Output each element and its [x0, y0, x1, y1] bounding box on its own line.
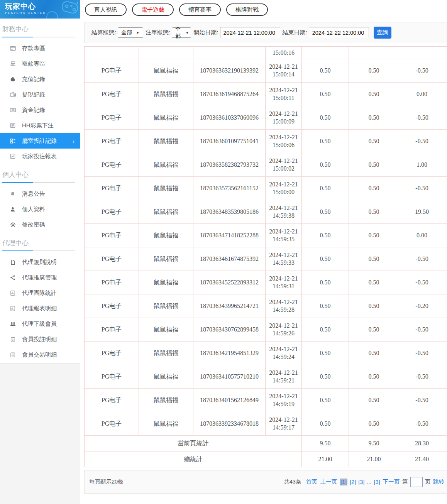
sidebar-item-recharge-records[interactable]: 充值記錄: [0, 71, 80, 87]
order-status-select[interactable]: 全部 ▼: [172, 27, 191, 38]
game-cell: 鼠鼠福福: [139, 83, 193, 106]
tab-sports[interactable]: 體育賽事: [179, 3, 221, 16]
provider-cell: PG电子: [85, 106, 139, 129]
order-no-cell: 1870363610337860096: [193, 106, 266, 129]
people-icon: [9, 320, 16, 327]
winloss-total-cell: 28.30: [399, 436, 445, 451]
sidebar-item-label: 充值記錄: [22, 76, 45, 83]
chevron-down-icon: ▼: [185, 31, 189, 35]
order-no-cell: 1870363452522893312: [193, 271, 266, 294]
winloss-cell: 19.50: [399, 200, 445, 223]
game-cell: 鼠鼠福福: [139, 130, 193, 153]
page-link-5[interactable]: [3]: [374, 479, 380, 485]
stub-cell: [445, 412, 447, 435]
page-link-1[interactable]: [1]: [340, 479, 347, 485]
table-row: PG电子鼠鼠福福18703634714182522882024-12-21 14…: [85, 224, 447, 247]
stub-cell: [445, 452, 447, 467]
game-cell: 鼠鼠福福: [139, 342, 193, 365]
sidebar-item-deposit-zone[interactable]: 存款專區: [0, 41, 80, 56]
prev-page-link[interactable]: 上一页: [320, 478, 337, 485]
valid-bet-cell: 0.50: [349, 59, 399, 82]
sidebar-item-hh-lottery-bets[interactable]: HH彩票下注: [0, 118, 80, 133]
table-row: PG电子鼠鼠福福18703635735621611522024-12-21 15…: [85, 177, 447, 200]
valid-bet-cell: 0.50: [349, 389, 399, 412]
time-cell: 2024-12-21 14:59:26: [266, 318, 302, 341]
winloss-cell: [399, 47, 445, 59]
valid-bet-cell: 0.50: [349, 342, 399, 365]
next-page-link[interactable]: 下一页: [383, 478, 400, 485]
app-header: 玩家中心 PLAYERS CENTER: [0, 0, 80, 19]
sidebar-item-label: 取款專區: [22, 60, 45, 68]
table-row: PG电子鼠鼠福福18703636321901393922024-12-21 15…: [85, 59, 447, 83]
tab-live-video[interactable]: 真人視訊: [85, 3, 127, 16]
valid-bet-cell: 0.50: [349, 106, 399, 129]
order-no-cell: 1870363582382793732: [193, 153, 266, 176]
sidebar-item-label: 存款專區: [22, 45, 45, 52]
sidebar-item-agent-report-detail[interactable]: 代理報表明細: [0, 301, 80, 316]
chevron-right-icon: ›: [73, 138, 74, 144]
provider-cell: PG电子: [85, 200, 139, 223]
page-link-2[interactable]: [2]: [350, 479, 356, 485]
section-underline: [2, 182, 75, 183]
sidebar-item-room-bet-records[interactable]: 廳室投註記錄›: [0, 133, 80, 149]
tab-electronic-games[interactable]: 電子遊藝: [132, 3, 174, 16]
time-cell: 15:00:16: [266, 47, 302, 59]
order-status-label: 注單狀態:: [146, 29, 170, 36]
sidebar-item-announcements[interactable]: 消息公告: [0, 186, 80, 201]
sidebar-item-label: 代理下級會員: [22, 320, 57, 328]
bet-cell: 0.50: [302, 342, 349, 365]
settle-status-select[interactable]: 全部 ▼: [118, 27, 143, 38]
stub-cell: [445, 153, 447, 176]
stub-cell: [445, 47, 447, 59]
provider-cell: PG电子: [85, 412, 139, 435]
stub-cell: [445, 224, 447, 247]
game-cell: [139, 47, 193, 59]
bet-records-table: 15:00:16PG电子鼠鼠福福18703636321901393922024-…: [84, 46, 447, 467]
winloss-cell: -0.50: [399, 106, 445, 129]
time-cell: 2024-12-21 15:00:00: [266, 177, 302, 200]
sidebar-item-withdrawal-records[interactable]: 提現記錄: [0, 87, 80, 102]
goto-button[interactable]: 跳转: [433, 478, 444, 485]
sidebar-item-funds-records[interactable]: 資金記錄: [0, 102, 80, 118]
order-no-cell: 1870363619468875264: [193, 83, 266, 106]
sidebar-item-member-transaction-detail[interactable]: 會員交易明細: [0, 347, 80, 362]
query-button[interactable]: 查詢: [374, 27, 391, 39]
stub-cell: [445, 177, 447, 200]
page-link-3[interactable]: [3]: [358, 479, 364, 485]
valid-bet-cell: 0.50: [349, 247, 399, 271]
sidebar-item-agent-sub-members[interactable]: 代理下級會員: [0, 316, 80, 331]
sidebar-item-member-bet-detail[interactable]: 會員投註明細: [0, 331, 80, 347]
bank-card-icon: [9, 45, 16, 52]
bet-cell: 0.50: [302, 130, 349, 153]
total-count: 共43条: [284, 478, 301, 485]
page-jump-input[interactable]: [410, 477, 423, 487]
stub-cell: [445, 318, 447, 341]
sidebar-item-player-bet-report[interactable]: 玩家投注報表: [0, 149, 80, 164]
sidebar-item-withdraw-zone[interactable]: 取款專區: [0, 56, 80, 71]
tab-board-games[interactable]: 棋牌對戰: [226, 3, 268, 16]
sidebar-item-agent-promotion[interactable]: 代理推廣管理: [0, 270, 80, 285]
settle-status-value: 全部: [121, 29, 132, 36]
provider-cell: PG电子: [85, 342, 139, 365]
sidebar-item-change-password[interactable]: 修改密碼: [0, 217, 80, 232]
end-date-input[interactable]: 2024-12-22 12:00:00: [309, 27, 369, 38]
provider-cell: PG电子: [85, 271, 139, 294]
bet-cell: 0.50: [302, 271, 349, 294]
summary-label-cell: 當前頁統計: [85, 436, 302, 451]
valid-bet-cell: 0.50: [349, 83, 399, 106]
order-no-cell: 1870363421954851329: [193, 342, 266, 365]
time-cell: 2024-12-21 15:00:09: [266, 106, 302, 129]
sidebar-item-agent-team-stats[interactable]: 代理團隊統計: [0, 285, 80, 301]
winloss-cell: -0.50: [399, 389, 445, 412]
valid-bet-cell: 0.50: [349, 130, 399, 153]
first-page-link[interactable]: 首页: [306, 478, 317, 485]
sidebar-item-agent-rules[interactable]: 代理規則說明: [0, 254, 80, 270]
start-date-input[interactable]: 2024-12-21 12:00:00: [220, 27, 280, 38]
page-ellipsis: ...: [367, 479, 371, 485]
provider-cell: PG电子: [85, 294, 139, 318]
list-icon: [9, 122, 16, 129]
stub-cell: [445, 342, 447, 365]
table-row-partial: 15:00:16: [85, 47, 447, 59]
sidebar-item-profile[interactable]: 個人資料: [0, 201, 80, 217]
table-row: PG电子鼠鼠福福18703634015621268492024-12-21 14…: [85, 389, 447, 412]
